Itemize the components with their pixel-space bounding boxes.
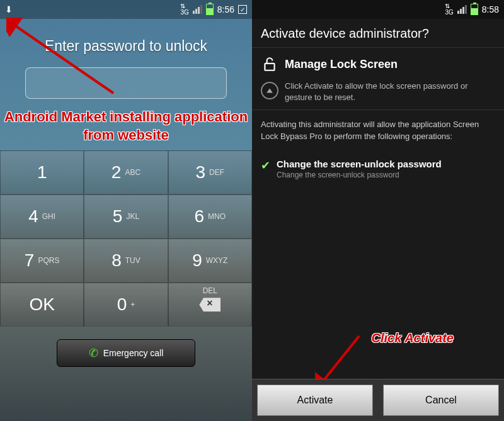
operation-title: Change the screen-unlock password xyxy=(277,159,442,169)
check-icon: ✔ xyxy=(261,159,270,179)
key-4[interactable]: 4GHI xyxy=(0,194,84,239)
status-bar-right: ⇅3G 8:58 xyxy=(252,0,504,19)
app-description-row: Click Activate to allow the lock screen … xyxy=(252,81,504,110)
key-number: 3 xyxy=(196,162,206,182)
key-number: 0 xyxy=(117,295,127,315)
key-2[interactable]: 2ABC xyxy=(84,150,168,194)
annotation-activate: Click Activate xyxy=(372,331,454,345)
key-3[interactable]: 3DEF xyxy=(168,150,252,194)
phone-icon: ✆ xyxy=(89,346,98,360)
key-letters: GHI xyxy=(42,212,55,221)
key-number: 5 xyxy=(113,206,123,227)
signal-icon xyxy=(193,5,202,14)
key-number: 6 xyxy=(195,206,205,227)
key-number: 9 xyxy=(192,250,202,271)
app-header: Manage Lock Screen xyxy=(252,48,504,81)
backspace-icon xyxy=(199,298,220,312)
battery-icon xyxy=(206,4,214,15)
clock: 8:56 xyxy=(217,4,234,14)
key-letters: JKL xyxy=(126,212,139,221)
emergency-call-button[interactable]: ✆ Emergency call xyxy=(57,339,195,367)
admin-dialog-phone: ⇅3G 8:58 Activate device administrator? … xyxy=(252,0,504,421)
key-number: 2 xyxy=(112,162,122,182)
key-8[interactable]: 8TUV xyxy=(84,239,168,283)
key-letters: ABC xyxy=(125,168,140,177)
download-icon: ⬇ xyxy=(5,4,13,14)
activate-label: Activate xyxy=(297,395,333,406)
key-9[interactable]: 9WXYZ xyxy=(168,239,252,283)
key-number: 7 xyxy=(25,250,35,271)
clock: 8:58 xyxy=(482,4,499,14)
dialog-buttons: Activate Cancel xyxy=(252,379,504,421)
emergency-label: Emergency call xyxy=(103,348,164,358)
collapse-up-icon[interactable] xyxy=(261,82,278,99)
keypad: 12ABC3DEF4GHI5JKL6MNO7PQRS8TUV9WXYZOK0+D… xyxy=(0,150,252,327)
status-bar-left: ⬇ ⇅3G 8:56 ✓ xyxy=(0,0,252,19)
key-7[interactable]: 7PQRS xyxy=(0,239,84,283)
svg-line-5 xyxy=(321,336,359,383)
network-icon: ⇅3G xyxy=(180,3,188,16)
cancel-label: Cancel xyxy=(425,395,457,406)
lock-open-icon xyxy=(261,55,278,73)
dialog-title: Activate device administrator? xyxy=(252,19,504,48)
cancel-button[interactable]: Cancel xyxy=(383,385,499,416)
key-ok[interactable]: OK xyxy=(0,283,84,327)
key-0[interactable]: 0+ xyxy=(84,283,168,327)
key-letters: TUV xyxy=(125,256,140,265)
key-1[interactable]: 1 xyxy=(0,150,84,194)
key-number: 4 xyxy=(28,206,38,227)
svg-rect-2 xyxy=(265,64,274,70)
key-number: OK xyxy=(29,295,54,315)
key-delete[interactable]: DEL xyxy=(168,283,252,327)
key-5[interactable]: 5JKL xyxy=(84,194,168,239)
key-letters: + xyxy=(130,300,135,309)
app-description: Click Activate to allow the lock screen … xyxy=(285,81,495,103)
key-number: 8 xyxy=(112,250,122,271)
lock-screen-phone: ⬇ ⇅3G 8:56 ✓ Enter password to unlock An… xyxy=(0,0,252,421)
activate-button[interactable]: Activate xyxy=(257,385,373,416)
signal-icon xyxy=(457,5,467,14)
admin-body-text: Activating this administrator will allow… xyxy=(252,110,504,150)
operation-subtitle: Change the screen-unlock password xyxy=(277,171,442,179)
checkbox-icon: ✓ xyxy=(238,5,247,14)
svg-marker-3 xyxy=(266,88,273,93)
key-6[interactable]: 6MNO xyxy=(168,194,252,239)
key-letters: PQRS xyxy=(38,256,59,265)
key-letters: WXYZ xyxy=(206,256,228,265)
operation-row: ✔ Change the screen-unlock password Chan… xyxy=(252,151,504,187)
app-name: Manage Lock Screen xyxy=(285,58,398,71)
unlock-prompt: Enter password to unlock xyxy=(0,38,252,55)
key-letters: DEF xyxy=(209,168,224,177)
battery-icon xyxy=(471,4,478,15)
key-letters: MNO xyxy=(208,212,226,221)
password-input[interactable] xyxy=(25,67,227,99)
network-icon: ⇅3G xyxy=(445,3,453,16)
key-number: 1 xyxy=(37,162,47,182)
annotation-install: Android Market installing application fr… xyxy=(0,108,252,144)
